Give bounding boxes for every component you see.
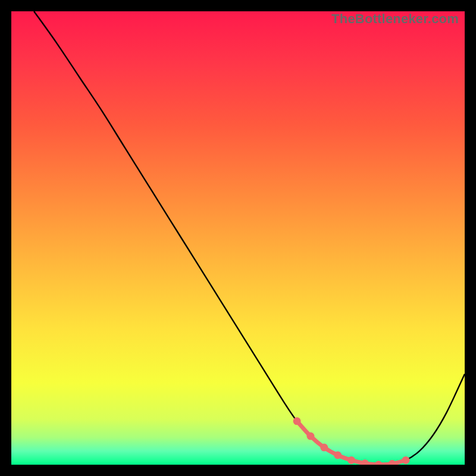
curve-layer: [11, 11, 465, 465]
bottleneck-curve: [34, 11, 465, 465]
watermark-text: TheBottleneker.com: [331, 11, 459, 27]
plot-inner: [11, 11, 465, 465]
highlight-dot: [334, 451, 342, 459]
highlight-segment-dots: [293, 417, 410, 465]
highlight-dot: [402, 456, 409, 464]
plot-area: TheBottleneker.com: [11, 11, 465, 465]
highlight-dot: [389, 460, 396, 465]
highlight-dot: [293, 417, 301, 425]
highlight-dot: [361, 459, 369, 465]
highlight-dot: [320, 444, 328, 452]
chart-stage: { "watermark": "TheBottleneker.com", "co…: [0, 0, 476, 476]
highlight-dot: [375, 461, 383, 465]
highlight-dot: [347, 456, 355, 464]
highlight-dot: [306, 432, 314, 440]
